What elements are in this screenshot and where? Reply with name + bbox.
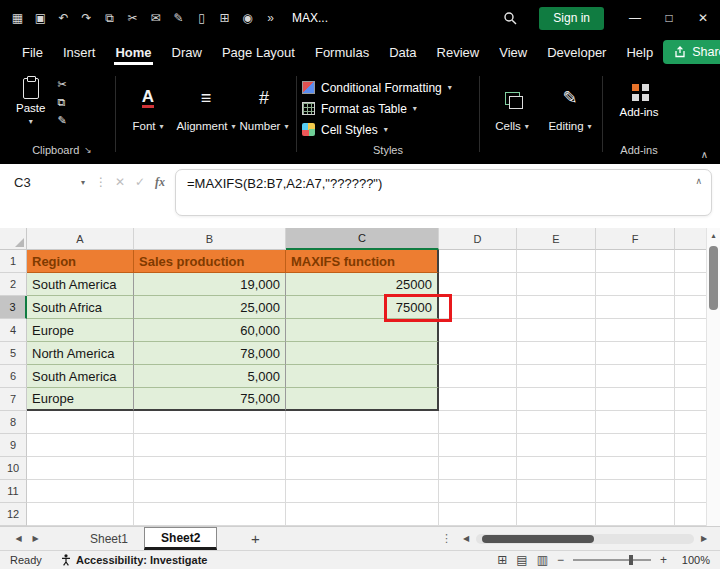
add-ins-button[interactable]: Add-ins (620, 82, 659, 118)
cell-B4[interactable]: 60,000 (134, 319, 286, 342)
cell-A8[interactable] (27, 411, 134, 434)
menu-data[interactable]: Data (379, 39, 426, 66)
menu-view[interactable]: View (489, 39, 537, 66)
cell-E1[interactable] (517, 250, 596, 273)
row-header-10[interactable]: 10 (0, 457, 27, 480)
cell-C10[interactable] (286, 457, 439, 480)
copy-icon[interactable]: ⧉ (98, 6, 121, 30)
cell-C12[interactable] (286, 503, 439, 526)
cell-E3[interactable] (517, 296, 596, 319)
cell-F9[interactable] (596, 434, 675, 457)
cell-B2[interactable]: 19,000 (134, 273, 286, 296)
camera-icon[interactable]: ◉ (236, 6, 259, 30)
number-button[interactable]: Number▾ (240, 120, 289, 132)
maximize-button[interactable]: □ (652, 0, 686, 36)
menu-formulas[interactable]: Formulas (305, 39, 379, 66)
cell-B7[interactable]: 75,000 (134, 388, 286, 411)
cell-A4[interactable]: Europe (27, 319, 134, 342)
sheet-tab-sheet2[interactable]: Sheet2 (144, 527, 217, 550)
cell-F3[interactable] (596, 296, 675, 319)
row-header-9[interactable]: 9 (0, 434, 27, 457)
cell-E10[interactable] (517, 457, 596, 480)
conditional-formatting-button[interactable]: Conditional Formatting▾ (300, 77, 476, 98)
cell-B12[interactable] (134, 503, 286, 526)
cell-A12[interactable] (27, 503, 134, 526)
cut-button[interactable]: ✂ (57, 79, 66, 90)
cell-E4[interactable] (517, 319, 596, 342)
cell-F6[interactable] (596, 365, 675, 388)
cell-C1[interactable]: MAXIFS function (286, 250, 439, 273)
menu-file[interactable]: File (12, 39, 53, 66)
redo-icon[interactable]: ↷ (75, 6, 98, 30)
cell-F11[interactable] (596, 480, 675, 503)
paste-dropdown-icon[interactable]: ▾ (29, 117, 33, 126)
zoom-slider[interactable] (573, 559, 651, 561)
enter-icon[interactable]: ✓ (130, 169, 150, 195)
cell-E2[interactable] (517, 273, 596, 296)
cell-F7[interactable] (596, 388, 675, 411)
column-header-C[interactable]: C (286, 228, 439, 250)
cell-F10[interactable] (596, 457, 675, 480)
sheet-nav-next-icon[interactable]: ▶ (27, 534, 44, 543)
formula-input[interactable]: =MAXIFS(B2:B7,A2:A7,"??????") ∧ (175, 169, 712, 216)
cell-D10[interactable] (439, 457, 517, 480)
alignment-button[interactable]: Alignment▾ (176, 120, 235, 132)
search-icon[interactable] (495, 11, 525, 25)
cell-D12[interactable] (439, 503, 517, 526)
font-button[interactable]: Font▾ (132, 120, 163, 132)
cell-F8[interactable] (596, 411, 675, 434)
cell-E7[interactable] (517, 388, 596, 411)
row-header-4[interactable]: 4 (0, 319, 27, 342)
cell-D5[interactable] (439, 342, 517, 365)
zoom-out-icon[interactable]: − (557, 553, 564, 567)
cell-B11[interactable] (134, 480, 286, 503)
cell-E5[interactable] (517, 342, 596, 365)
editing-button[interactable]: Editing▾ (548, 120, 591, 132)
table-icon[interactable]: ⊞ (213, 6, 236, 30)
copy-button[interactable]: ⧉ (57, 97, 66, 108)
row-header-11[interactable]: 11 (0, 480, 27, 503)
menu-developer[interactable]: Developer (537, 39, 616, 66)
horizontal-scrollbar-thumb[interactable] (482, 535, 594, 543)
sign-in-button[interactable]: Sign in (539, 7, 604, 30)
row-header-5[interactable]: 5 (0, 342, 27, 365)
cell-C11[interactable] (286, 480, 439, 503)
row-header-12[interactable]: 12 (0, 503, 27, 526)
row-header-3[interactable]: 3 (0, 296, 27, 319)
row-header-8[interactable]: 8 (0, 411, 27, 434)
mail-icon[interactable]: ✉ (144, 6, 167, 30)
cell-C6[interactable] (286, 365, 439, 388)
menu-help[interactable]: Help (616, 39, 663, 66)
zoom-slider-thumb[interactable] (629, 555, 633, 565)
cell-B5[interactable]: 78,000 (134, 342, 286, 365)
share-button[interactable]: Share (663, 40, 720, 64)
menu-page-layout[interactable]: Page Layout (212, 39, 305, 66)
cell-A2[interactable]: South America (27, 273, 134, 296)
cell-A3[interactable]: South Africa (27, 296, 134, 319)
collapse-ribbon-icon[interactable]: ∧ (701, 149, 708, 160)
row-header-2[interactable]: 2 (0, 273, 27, 296)
cell-D9[interactable] (439, 434, 517, 457)
column-header-B[interactable]: B (134, 228, 286, 250)
menu-home[interactable]: Home (105, 39, 161, 66)
cancel-icon[interactable]: ✕ (110, 169, 130, 195)
undo-icon[interactable]: ↶ (52, 6, 75, 30)
tabbar-overflow-icon[interactable]: ⋮ (435, 532, 458, 545)
page-break-view-icon[interactable]: ▥ (537, 553, 548, 567)
column-header-D[interactable]: D (439, 228, 517, 250)
cell-F12[interactable] (596, 503, 675, 526)
accessibility-status[interactable]: Accessibility: Investigate (61, 554, 207, 566)
add-sheet-button[interactable]: + (245, 530, 265, 547)
cell-B3[interactable]: 25,000 (134, 296, 286, 319)
cell-E12[interactable] (517, 503, 596, 526)
name-box[interactable]: C3 ▾ (0, 169, 92, 195)
cell-C2[interactable]: 25000 (286, 273, 439, 296)
cell-D7[interactable] (439, 388, 517, 411)
paste-button[interactable]: Paste ▾ (12, 76, 49, 127)
horizontal-scrollbar[interactable] (476, 534, 694, 544)
cell-C4[interactable] (286, 319, 439, 342)
menu-review[interactable]: Review (427, 39, 490, 66)
cell-B10[interactable] (134, 457, 286, 480)
hscroll-right-icon[interactable]: ▶ (696, 534, 712, 543)
select-all-corner[interactable] (0, 228, 27, 250)
